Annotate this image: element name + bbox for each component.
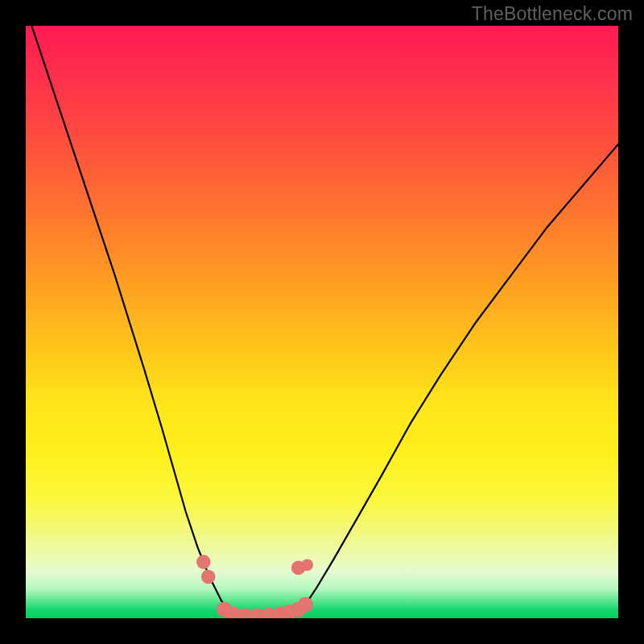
watermark-text: TheBottleneck.com — [472, 3, 633, 25]
chart-frame: TheBottleneck.com — [0, 0, 644, 644]
curve-right-branch — [295, 144, 618, 615]
curve-layer — [26, 26, 618, 618]
marker-dot — [301, 559, 313, 571]
marker-dot — [298, 597, 313, 613]
marker-dot — [201, 570, 216, 584]
curve-left-branch — [31, 26, 230, 615]
marker-dot — [196, 555, 211, 569]
plot-area — [26, 26, 618, 618]
